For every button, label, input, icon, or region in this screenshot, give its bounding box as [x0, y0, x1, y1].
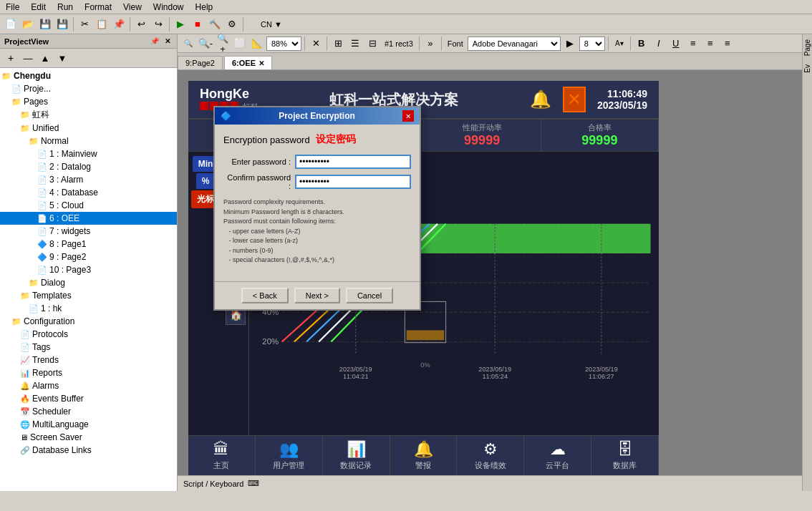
new-button[interactable]: 📄 — [3, 16, 19, 32]
tree-item-alarm[interactable]: 📄 3 : Alarm — [0, 173, 177, 186]
tree-item-unified[interactable]: 📁 Unified — [0, 122, 177, 135]
settings-button[interactable]: ⚙ — [224, 16, 240, 32]
tree-root-label: Chengdu — [14, 71, 51, 81]
dialog-close-button[interactable]: ✕ — [402, 110, 414, 122]
open-button[interactable]: 📂 — [20, 16, 36, 32]
zoom-100-button[interactable]: 🔍 — [180, 36, 196, 52]
font-color-button[interactable]: A▾ — [612, 36, 627, 52]
menu-help[interactable]: Help — [190, 2, 219, 12]
save-button[interactable]: 💾 — [37, 16, 53, 32]
tree-item-normal[interactable]: 📁 Normal — [0, 135, 177, 147]
font-arrow-button[interactable]: ▶ — [562, 36, 578, 52]
tab-oee[interactable]: 6:OEE ✕ — [224, 56, 272, 69]
run-button[interactable]: ▶ — [173, 16, 188, 32]
tree-item-database[interactable]: 📄 4 : Database — [0, 186, 177, 199]
tree-item-hk[interactable]: 📄 1 : hk — [0, 302, 177, 315]
align-center-button[interactable]: ≡ — [702, 36, 718, 52]
tree-item-scheduler[interactable]: 📅 Scheduler — [0, 405, 177, 418]
tree-item-configuration[interactable]: 📁 Configuration — [0, 315, 177, 328]
right-tab-page[interactable]: Page — [801, 36, 812, 59]
stop-button[interactable]: ■ — [190, 16, 206, 32]
align-right-button[interactable]: ≡ — [720, 36, 735, 52]
dialog-enter-input[interactable] — [295, 155, 411, 169]
tree-item-page3[interactable]: 📄 10 : Page3 — [0, 263, 177, 276]
dialog-confirm-input[interactable] — [295, 175, 411, 189]
left-panel: ProjectView 📌 ✕ + — ▲ ▼ 📁 Chengdu 📄 Proj… — [0, 34, 178, 491]
dialog-next-button[interactable]: Next > — [294, 288, 340, 303]
dialog-back-button[interactable]: < Back — [241, 288, 289, 303]
tb-grid-button[interactable]: ⊞ — [330, 36, 346, 52]
sep2 — [130, 17, 130, 31]
zoom-out-button[interactable]: 🔍- — [198, 36, 213, 52]
tree-item-dialog[interactable]: 📁 Dialog — [0, 276, 177, 289]
tree-item-oee[interactable]: 📄 6 : OEE — [0, 212, 177, 225]
zoom-in-button[interactable]: 🔍+ — [215, 36, 231, 52]
menu-edit[interactable]: Edit — [25, 2, 52, 12]
tree-item-proje[interactable]: 📄 Proje... — [0, 82, 177, 95]
tree-item-pages[interactable]: 📁 Pages — [0, 95, 177, 108]
tree-item-multilanguage[interactable]: 🌐 MultiLanguage — [0, 418, 177, 431]
remove-item-button[interactable]: — — [20, 50, 36, 66]
tree-item-page2[interactable]: 🔷 9 : Page2 — [0, 250, 177, 263]
dialog-overlay: 🔷 Project Encryption ✕ Encryption passwo… — [178, 70, 802, 475]
menu-window[interactable]: Window — [148, 2, 190, 12]
menu-file[interactable]: File — [0, 2, 25, 12]
tree-item-tags[interactable]: 📄 Tags — [0, 341, 177, 354]
panel-close-button[interactable]: ✕ — [163, 36, 173, 46]
menubar: File Edit Run Format View Window Help — [0, 0, 812, 14]
toolbar1: 📄 📂 💾 💾 ✂ 📋 📌 ↩ ↪ ▶ ■ 🔨 ⚙ CN ▼ — [0, 14, 812, 34]
move-down-button[interactable]: ▼ — [54, 50, 70, 66]
copy-button[interactable]: 📋 — [94, 16, 110, 32]
fontsize-select[interactable]: 8 — [579, 36, 605, 51]
dialog-title-icon: 🔷 — [221, 111, 231, 121]
tree-item-dblinks[interactable]: 🔗 Database Links — [0, 444, 177, 457]
zoom-select[interactable]: 88% — [266, 36, 301, 51]
sep5 — [304, 36, 305, 51]
menu-run[interactable]: Run — [52, 2, 79, 12]
close-view-button[interactable]: ✕ — [308, 36, 324, 52]
tree-item-templates[interactable]: 📁 Templates — [0, 289, 177, 302]
redo-button[interactable]: ↪ — [150, 16, 166, 32]
tree-item-protocols[interactable]: 📄 Protocols — [0, 328, 177, 341]
tree-item-trends[interactable]: 📈 Trends — [0, 354, 177, 366]
zoom-fit-button[interactable]: ⬜ — [232, 36, 248, 52]
build-button[interactable]: 🔨 — [207, 16, 223, 32]
tree-item-unified[interactable]: 📁 虹科 — [0, 108, 177, 122]
tree-item-widgets[interactable]: 📄 7 : widgets — [0, 225, 177, 238]
tree-item-screensaver[interactable]: 🖥 Screen Saver — [0, 431, 177, 444]
cut-button[interactable]: ✂ — [77, 16, 92, 32]
tree-item-cloud[interactable]: 📄 5 : Cloud — [0, 199, 177, 212]
dialog-cancel-button[interactable]: Cancel — [346, 288, 393, 303]
save-all-button[interactable]: 💾 — [54, 16, 70, 32]
tree-root[interactable]: 📁 Chengdu — [0, 69, 177, 82]
tree-item-datalog[interactable]: 📄 2 : Datalog — [0, 160, 177, 173]
tb-more-button[interactable]: » — [422, 36, 438, 52]
italic-button[interactable]: I — [651, 36, 667, 52]
tree-item-alarms[interactable]: 🔔 Alarms — [0, 379, 177, 392]
paste-button[interactable]: 📌 — [111, 16, 127, 32]
tab-oee-close[interactable]: ✕ — [258, 59, 264, 67]
tree-item-page1[interactable]: 🔷 8 : Page1 — [0, 238, 177, 250]
move-up-button[interactable]: ▲ — [37, 50, 53, 66]
add-item-button[interactable]: + — [3, 50, 19, 66]
tb-table-button[interactable]: ☰ — [347, 36, 363, 52]
zoom-page-button[interactable]: 📐 — [249, 36, 265, 52]
cn-dropdown[interactable]: CN ▼ — [246, 16, 296, 32]
menu-format[interactable]: Format — [79, 2, 117, 12]
undo-button[interactable]: ↩ — [133, 16, 149, 32]
tree-toolbar: + — ▲ ▼ — [0, 49, 177, 68]
tab-page2[interactable]: 9:Page2 — [178, 56, 223, 69]
tree-item-reports[interactable]: 📊 Reports — [0, 366, 177, 379]
align-left-button[interactable]: ≡ — [685, 36, 701, 52]
right-tab-ev[interactable]: Ev — [801, 61, 812, 77]
tree-item-mainview[interactable]: 📄 1 : Mainview — [0, 147, 177, 160]
bold-button[interactable]: B — [634, 36, 649, 52]
tree-item-events[interactable]: 🔥 Events Buffer — [0, 392, 177, 405]
panel-pin-button[interactable]: 📌 — [148, 36, 161, 46]
tabs-bar: 9:Page2 6:OEE ✕ — [178, 53, 802, 70]
tb-align-button[interactable]: ⊟ — [364, 36, 380, 52]
underline-button[interactable]: U — [668, 36, 684, 52]
right-panel: Page Ev — [802, 34, 812, 491]
font-select[interactable]: Adobe Devanagari — [468, 36, 561, 51]
menu-view[interactable]: View — [117, 2, 148, 12]
